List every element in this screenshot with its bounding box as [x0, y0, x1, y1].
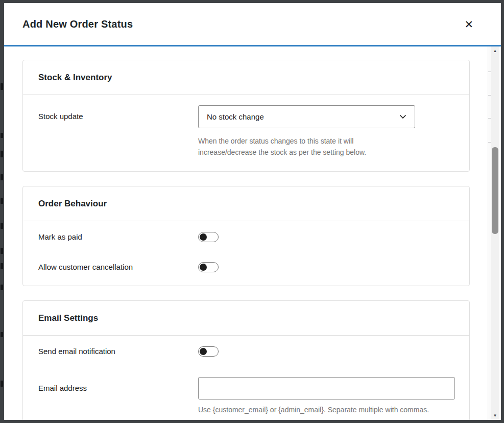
send-email-toggle[interactable] — [198, 346, 219, 357]
scroll-down-icon: ▼ — [493, 413, 497, 418]
section-body: Mark as paid Allow customer cancellation — [23, 221, 469, 286]
modal-body: Stock & Inventory Stock update No stock … — [4, 46, 501, 420]
backdrop-fragment — [1, 381, 3, 387]
section-body: Send email notification Email address Us… — [23, 336, 469, 420]
section-header: Stock & Inventory — [23, 60, 469, 95]
send-email-row: Send email notification — [38, 346, 454, 357]
screen: Add New Order Status ✕ Stock & Inventory… — [0, 0, 504, 423]
backdrop-fragment — [1, 248, 3, 254]
section-order-behaviour: Order Behaviour Mark as paid Allow custo… — [22, 186, 470, 286]
scroll-up-icon: ▲ — [493, 49, 497, 53]
add-order-status-modal: Add New Order Status ✕ Stock & Inventory… — [4, 3, 501, 420]
toggle-knob — [200, 233, 207, 241]
section-stock-inventory: Stock & Inventory Stock update No stock … — [22, 60, 470, 172]
toggle-knob — [200, 264, 207, 271]
mark-as-paid-label: Mark as paid — [38, 231, 198, 242]
email-address-input[interactable] — [198, 377, 455, 400]
chevron-down-icon — [399, 114, 406, 119]
close-icon: ✕ — [464, 18, 473, 30]
mark-as-paid-row: Mark as paid — [38, 231, 454, 242]
allow-cancellation-label: Allow customer cancellation — [38, 262, 198, 272]
backdrop-fragment — [1, 83, 3, 90]
scrollbar[interactable]: ▲ ▼ — [491, 46, 499, 420]
email-address-row: Email address Use {customer_email} or {a… — [38, 377, 454, 415]
allow-cancellation-row: Allow customer cancellation — [38, 262, 454, 272]
section-email-settings: Email Settings Send email notification E… — [22, 300, 470, 420]
stock-update-select[interactable]: No stock change — [198, 105, 415, 128]
backdrop-fragment — [1, 285, 3, 290]
toggle-knob — [200, 348, 207, 355]
section-body: Stock update No stock change When the or… — [23, 95, 469, 171]
backdrop-fragment — [1, 198, 3, 204]
stock-update-field: No stock change When the order status ch… — [198, 105, 415, 158]
close-button[interactable]: ✕ — [462, 17, 475, 32]
backdrop-fragment — [1, 133, 3, 138]
backdrop-fragment — [1, 332, 3, 337]
backdrop-fragment — [1, 174, 3, 180]
scroll-down-button[interactable]: ▼ — [491, 411, 499, 420]
scrollbar-thumb[interactable] — [492, 147, 498, 234]
scrollbar-gutter — [499, 46, 501, 420]
section-title-stock-inventory: Stock & Inventory — [38, 72, 454, 83]
backdrop-fragment — [1, 263, 3, 269]
section-header: Email Settings — [23, 301, 469, 336]
modal-title: Add New Order Status — [22, 18, 133, 30]
stock-update-row: Stock update No stock change When the or… — [38, 105, 454, 158]
mark-as-paid-toggle[interactable] — [198, 232, 219, 242]
backdrop-fragment — [1, 223, 3, 229]
stock-update-label: Stock update — [38, 105, 198, 122]
stock-update-select-value: No stock change — [207, 112, 264, 121]
backdrop-fragment — [1, 151, 3, 157]
section-title-order-behaviour: Order Behaviour — [38, 198, 454, 209]
email-address-field: Use {customer_email} or {admin_email}. S… — [198, 377, 455, 415]
send-email-label: Send email notification — [38, 346, 198, 357]
section-title-email-settings: Email Settings — [38, 313, 454, 323]
scroll-up-button[interactable]: ▲ — [491, 46, 499, 55]
modal-header: Add New Order Status ✕ — [4, 3, 501, 46]
email-address-help: Use {customer_email} or {admin_email}. S… — [198, 404, 455, 415]
stock-update-help: When the order status changes to this st… — [198, 135, 388, 158]
email-address-label: Email address — [38, 377, 198, 393]
modal-content: Stock & Inventory Stock update No stock … — [4, 46, 488, 420]
section-header: Order Behaviour — [23, 186, 469, 221]
allow-cancellation-toggle[interactable] — [198, 262, 219, 272]
